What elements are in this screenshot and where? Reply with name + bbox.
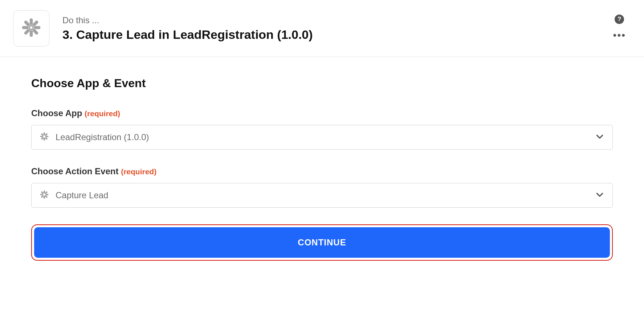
choose-app-select[interactable]: LeadRegistration (1.0.0) (31, 125, 613, 150)
continue-highlight-box: CONTINUE (31, 224, 613, 261)
svg-rect-22 (40, 194, 43, 195)
step-body: Choose App & Event Choose App (required) (0, 57, 644, 282)
chevron-down-icon (595, 190, 604, 201)
svg-rect-23 (45, 194, 48, 195)
step-title: 3. Capture Lead in LeadRegistration (1.0… (62, 28, 629, 42)
choose-action-label-text: Choose Action Event (31, 166, 118, 176)
continue-button[interactable]: CONTINUE (34, 227, 610, 258)
app-icon-box (13, 10, 49, 46)
zapier-asterisk-icon (40, 190, 49, 201)
more-menu-icon[interactable]: ••• (613, 33, 626, 37)
section-title: Choose App & Event (31, 77, 613, 90)
svg-rect-13 (40, 136, 43, 137)
chevron-down-icon (595, 132, 604, 143)
svg-rect-1 (30, 30, 33, 37)
choose-action-field: Choose Action Event (required) (31, 166, 613, 208)
svg-rect-21 (44, 196, 45, 199)
svg-rect-14 (45, 136, 48, 137)
zapier-asterisk-icon (40, 132, 49, 143)
step-titles: Do this ... 3. Capture Lead in LeadRegis… (62, 15, 629, 42)
header-controls: ? ••• (613, 15, 626, 37)
svg-point-10 (30, 26, 32, 29)
svg-rect-0 (30, 19, 33, 25)
choose-app-field: Choose App (required) (31, 108, 613, 150)
step-header: Do this ... 3. Capture Lead in LeadRegis… (0, 0, 644, 57)
svg-rect-3 (34, 26, 40, 29)
choose-action-select[interactable]: Capture Lead (31, 183, 613, 208)
choose-action-required: (required) (121, 167, 156, 176)
choose-action-label: Choose Action Event (required) (31, 166, 613, 176)
svg-rect-11 (44, 133, 45, 135)
svg-rect-2 (22, 26, 29, 29)
step-eyebrow: Do this ... (62, 15, 629, 25)
zapier-asterisk-icon (20, 17, 42, 40)
choose-action-value: Capture Lead (56, 190, 588, 200)
help-icon[interactable]: ? (615, 15, 624, 24)
svg-rect-20 (44, 191, 45, 194)
choose-app-value: LeadRegistration (1.0.0) (56, 132, 588, 142)
svg-point-19 (44, 136, 45, 137)
choose-app-label: Choose App (required) (31, 108, 613, 118)
choose-app-label-text: Choose App (31, 108, 82, 118)
choose-app-required: (required) (85, 109, 120, 118)
svg-rect-12 (44, 138, 45, 140)
svg-point-28 (44, 194, 45, 195)
